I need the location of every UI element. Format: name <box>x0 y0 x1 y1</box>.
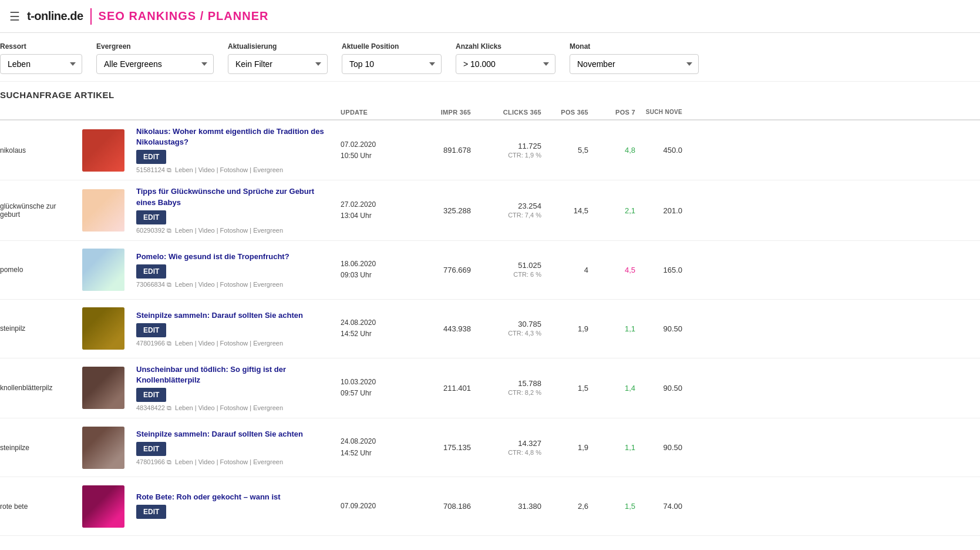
cell-update: 18.06.2020 09:03 Uhr <box>341 259 417 281</box>
edit-button[interactable]: EDIT <box>136 150 166 164</box>
th-impr: IMPR 365 <box>417 109 476 116</box>
table-row: pomelo Pomelo: Wie gesund ist die Tropen… <box>0 241 980 300</box>
update-date: 18.06.2020 <box>341 259 417 270</box>
cell-article: Nikolaus: Woher kommt eigentlich die Tra… <box>129 126 341 174</box>
article-meta: 47801966 ⧉ Leben | Video | Fotoshow | Ev… <box>136 340 334 347</box>
cell-pos7: 4,5 <box>593 266 640 274</box>
cell-pos365: 1,5 <box>546 384 593 393</box>
article-thumbnail <box>82 367 124 409</box>
cell-such: 90.50 <box>640 384 687 393</box>
cell-pos365: 4 <box>546 266 593 274</box>
cell-pos365: 1,9 <box>546 443 593 452</box>
filter-aktualisierung: Aktualisierung Kein Filter Letzte 7 Tage… <box>228 42 328 74</box>
cell-pos365: 2,6 <box>546 502 593 511</box>
cell-pos7: 1,1 <box>593 443 640 452</box>
article-tags: Leben | Video | Fotoshow | Evergreen <box>173 166 283 173</box>
cell-update: 27.02.2020 13:04 Uhr <box>341 199 417 222</box>
update-date: 10.03.2020 <box>341 377 417 388</box>
aktualisierung-label: Aktualisierung <box>228 42 328 51</box>
cell-image <box>82 189 124 232</box>
cell-image <box>82 427 124 469</box>
cell-update: 07.02.2020 10:50 Uhr <box>341 139 417 162</box>
aktualisierung-select[interactable]: Kein Filter Letzte 7 Tage Letzte 30 Tage <box>228 54 328 74</box>
cell-clicks: 11.725CTR: 1,9 % <box>476 142 546 159</box>
cell-image <box>82 485 124 528</box>
article-thumbnail <box>82 485 124 528</box>
article-tags: Leben | Video | Fotoshow | Evergreen <box>173 281 283 288</box>
cell-article: Tipps für Glückwünsche und Sprüche zur G… <box>129 186 341 234</box>
edit-button[interactable]: EDIT <box>136 323 166 337</box>
cell-pos7: 1,1 <box>593 324 640 333</box>
cell-pos7: 4,8 <box>593 146 640 155</box>
article-id: 48348422 ⧉ <box>136 404 171 411</box>
cell-impr: 776.669 <box>417 266 476 274</box>
cell-clicks: 14.327CTR: 4,8 % <box>476 439 546 457</box>
article-thumbnail <box>82 129 124 172</box>
th-update: UPDATE <box>341 109 417 116</box>
cell-ctr: CTR: 4,3 % <box>508 330 541 337</box>
article-meta: 73066834 ⧉ Leben | Video | Fotoshow | Ev… <box>136 281 334 289</box>
article-thumbnail <box>82 189 124 232</box>
article-meta: 51581124 ⧉ Leben | Video | Fotoshow | Ev… <box>136 166 334 174</box>
cell-pos7: 2,1 <box>593 206 640 215</box>
edit-button[interactable]: EDIT <box>136 505 166 519</box>
article-id: 47801966 ⧉ <box>136 458 171 465</box>
article-id: 60290392 ⧉ <box>136 227 171 234</box>
article-thumbnail <box>82 307 124 350</box>
article-title: Steinpilze sammeln: Darauf sollten Sie a… <box>136 429 334 440</box>
cell-keyword: rote bete <box>0 502 82 511</box>
cell-such: 90.50 <box>640 443 687 452</box>
article-tags: Leben | Video | Fotoshow | Evergreen <box>173 404 283 411</box>
cell-keyword: steinpilze <box>0 444 82 452</box>
table-row: rote bete Rote Bete: Roh oder gekocht – … <box>0 477 980 536</box>
article-title: Nikolaus: Woher kommt eigentlich die Tra… <box>136 126 334 147</box>
article-thumbnail <box>82 427 124 469</box>
edit-button[interactable]: EDIT <box>136 264 166 279</box>
position-label: Aktuelle Position <box>342 42 442 51</box>
cell-clicks: 23.254CTR: 7,4 % <box>476 202 546 219</box>
header: ☰ t-online.de SEO RANKINGS / PLANNER <box>0 0 980 33</box>
cell-clicks: 51.025CTR: 6 % <box>476 261 546 279</box>
position-select[interactable]: Top 10 Top 20 Top 50 Alle <box>342 54 442 74</box>
cell-article: Rote Bete: Roh oder gekocht – wann ist E… <box>129 492 341 521</box>
article-meta: 47801966 ⧉ Leben | Video | Fotoshow | Ev… <box>136 458 334 466</box>
cell-update: 07.09.2020 <box>341 501 417 512</box>
update-date: 07.02.2020 <box>341 139 417 150</box>
article-title: Pomelo: Wie gesund ist die Tropenfrucht? <box>136 251 334 262</box>
cell-such: 450.0 <box>640 146 687 155</box>
hamburger-menu-icon[interactable]: ☰ <box>9 9 20 24</box>
edit-button[interactable]: EDIT <box>136 210 166 224</box>
table-body: nikolaus Nikolaus: Woher kommt eigentlic… <box>0 120 980 536</box>
th-pos365: POS 365 <box>546 109 593 116</box>
cell-keyword: pomelo <box>0 266 82 274</box>
edit-button[interactable]: EDIT <box>136 442 166 456</box>
cell-keyword: nikolaus <box>0 146 82 155</box>
article-id: 51581124 ⧉ <box>136 166 171 173</box>
edit-button[interactable]: EDIT <box>136 388 166 402</box>
cell-image <box>82 129 124 172</box>
filter-monat: Monat JanuarFebruarMärz AprilMaiJuni Jul… <box>570 42 699 74</box>
app-title: SEO RANKINGS / PLANNER <box>99 9 269 23</box>
evergreen-label: Evergreen <box>96 42 214 51</box>
evergreen-select[interactable]: Alle Evergreens Nur Evergreens Keine Eve… <box>96 54 214 74</box>
article-title: Steinpilze sammeln: Darauf sollten Sie a… <box>136 310 334 321</box>
cell-clicks: 15.788CTR: 8,2 % <box>476 379 546 397</box>
cell-pos365: 5,5 <box>546 146 593 155</box>
filter-evergreen: Evergreen Alle Evergreens Nur Evergreens… <box>96 42 214 74</box>
monat-select[interactable]: JanuarFebruarMärz AprilMaiJuni JuliAugus… <box>570 54 699 74</box>
filter-ressort: Ressort Leben Sport Nachrichten <box>0 42 82 74</box>
cell-article: Unscheinbar und tödlich: So giftig ist d… <box>129 364 341 412</box>
klicks-select[interactable]: > 10.000 > 5.000 > 1.000 Alle <box>456 54 555 74</box>
update-date: 07.09.2020 <box>341 501 417 512</box>
cell-impr: 211.401 <box>417 384 476 393</box>
cell-such: 201.0 <box>640 206 687 215</box>
article-tags: Leben | Video | Fotoshow | Evergreen <box>173 227 283 234</box>
update-time: 14:52 Uhr <box>341 448 417 459</box>
cell-image <box>82 367 124 409</box>
cell-pos7: 1,4 <box>593 384 640 393</box>
table-header: UPDATE IMPR 365 CLICKS 365 POS 365 POS 7… <box>0 105 980 120</box>
update-date: 24.08.2020 <box>341 436 417 447</box>
ressort-label: Ressort <box>0 42 82 51</box>
ressort-select[interactable]: Leben Sport Nachrichten <box>0 54 82 74</box>
table-row: steinpilze Steinpilze sammeln: Darauf so… <box>0 418 980 477</box>
